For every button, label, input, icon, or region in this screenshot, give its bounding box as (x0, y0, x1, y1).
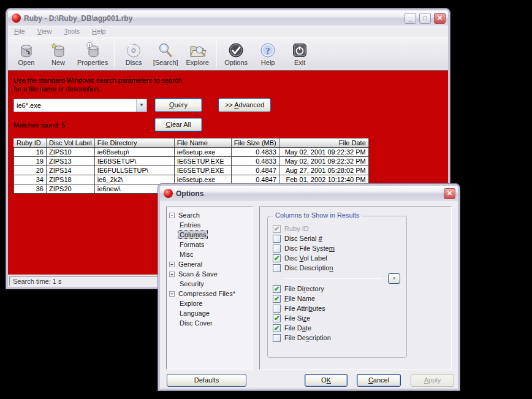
toolbar-button-exit[interactable]: Exit (284, 41, 316, 67)
column-header-file-name[interactable]: File Name (174, 139, 231, 148)
column-header-file-size-mb[interactable]: File Size (MB) (231, 139, 279, 148)
table-cell: 0.4847 (231, 175, 279, 184)
checkbox-file-size[interactable]: ✔File Size (273, 313, 401, 323)
advanced-button[interactable]: >> Advanced (218, 98, 271, 112)
checked-checkbox-icon[interactable]: ✔ (273, 254, 281, 262)
checked-checkbox-icon[interactable]: ✔ (273, 295, 281, 303)
table-cell: IE6FULLSETUP\ (94, 166, 174, 175)
toolbar-button-open[interactable]: Open (10, 41, 42, 67)
unchecked-checkbox-icon[interactable] (273, 334, 281, 342)
apply-button: Apply (411, 374, 454, 387)
tree-item-formats[interactable]: Formats (167, 240, 253, 249)
table-cell: May 02, 2001 09:22:32 PM (279, 157, 368, 166)
expand-tree-icon[interactable]: + (169, 262, 175, 267)
table-row[interactable]: 16ZIPS10ie6Bsetup\ie6setup.exe0.4833May … (14, 148, 369, 157)
clear-all-button[interactable]: Clear All (154, 118, 202, 132)
toolbar-button-label: Explore (186, 59, 208, 66)
checked-checkbox-icon[interactable]: ✔ (273, 314, 281, 322)
toolbar-button-discs[interactable]: Discs (118, 41, 150, 67)
tree-item-label: General (177, 260, 203, 268)
column-header-file-date[interactable]: File Date (279, 139, 368, 148)
column-header-ruby-id[interactable]: Ruby ID (14, 139, 47, 148)
defaults-button[interactable]: Defaults (167, 374, 246, 387)
table-row[interactable]: 34ZIPS18ie6_2k2\ie6setup.exe0.4847Feb 01… (14, 175, 369, 184)
toolbar-button-new[interactable]: New (42, 41, 74, 67)
toolbar-button-label: New (51, 59, 65, 66)
menu-view[interactable]: View (37, 28, 52, 37)
checkbox-label: File Description (284, 334, 331, 341)
svg-text:?: ? (265, 45, 270, 55)
checked-checkbox-icon[interactable]: ✔ (273, 324, 281, 332)
checkbox-disc-vol-label[interactable]: ✔Disc Vol Label (273, 253, 401, 263)
toolbar-button-help[interactable]: ?Help (252, 41, 284, 67)
tree-item-disc-cover[interactable]: Disc Cover (167, 318, 253, 328)
tree-item-entries[interactable]: Entries (167, 220, 253, 230)
collapse-x-button[interactable]: x (388, 273, 400, 284)
svg-text:i: i (89, 43, 90, 48)
tree-item-general[interactable]: +General (167, 259, 253, 269)
main-titlebar: Ruby - D:\Ruby_DB\agp001.rby _ □ ✕ (8, 10, 448, 26)
menu-tools[interactable]: Tools (64, 28, 80, 37)
search-combobox[interactable]: ie6*.exe ▼ (13, 99, 147, 112)
search-combobox-value[interactable]: ie6*.exe (14, 99, 136, 112)
cancel-button[interactable]: Cancel (357, 374, 401, 387)
tree-item-search[interactable]: -Search (167, 210, 253, 220)
unchecked-checkbox-icon[interactable] (273, 235, 281, 243)
exit-power-icon (291, 42, 309, 59)
collapse-tree-icon[interactable]: - (169, 213, 175, 218)
checkbox-label: Ruby ID (284, 225, 309, 232)
table-cell: IE6SETUP.EXE (174, 157, 231, 166)
database-new-icon (49, 42, 67, 59)
maximize-button[interactable]: □ (419, 13, 431, 24)
column-header-file-directory[interactable]: File Directory (94, 139, 174, 148)
toolbar-button-properties[interactable]: iProperties (74, 41, 111, 67)
expand-tree-icon[interactable]: + (169, 291, 175, 297)
tree-item-security[interactable]: Security (167, 279, 253, 289)
menu-help[interactable]: Help (92, 28, 106, 37)
tree-item-label: Disc Cover (178, 319, 214, 327)
expand-tree-icon[interactable]: + (169, 272, 175, 277)
query-button[interactable]: Query (154, 98, 202, 112)
tree-item-label: Search (177, 211, 201, 219)
toolbar-button-label: Help (261, 59, 275, 66)
checkbox-disc-description[interactable]: Disc Description (273, 263, 401, 273)
tree-item-misc[interactable]: Misc (167, 249, 253, 259)
minimize-button[interactable]: _ (405, 13, 416, 24)
table-row[interactable]: 20ZIPS14IE6FULLSETUP\IE6SETUP.EXE0.4847A… (14, 166, 369, 175)
tree-item-language[interactable]: Language (167, 308, 253, 318)
checkbox-file-directory[interactable]: ✔File Directory (273, 284, 401, 294)
checkbox-file-description[interactable]: File Description (273, 333, 401, 343)
combobox-dropdown-icon[interactable]: ▼ (136, 99, 146, 112)
checkbox-file-attributes[interactable]: File Attributes (273, 303, 401, 313)
checkbox-disc-file-system[interactable]: Disc File System (273, 243, 401, 253)
database-properties-icon: i (83, 42, 102, 59)
toolbar-button-explore[interactable]: Explore (181, 41, 213, 67)
unchecked-checkbox-icon[interactable] (273, 264, 281, 272)
checked-checkbox-icon[interactable]: ✔ (273, 285, 281, 293)
dialog-close-button[interactable]: ✕ (444, 188, 455, 199)
tree-item-scan-save[interactable]: +Scan & Save (167, 269, 253, 279)
column-header-disc-vol-label[interactable]: Disc Vol Label (47, 139, 95, 148)
checkbox-file-name[interactable]: ✔File Name (273, 294, 401, 303)
dialog-title: Options (176, 189, 441, 198)
dialog-titlebar: Options ✕ (160, 186, 458, 201)
table-row[interactable]: 19ZIPS13IE6BSETUP\IE6SETUP.EXE0.4833May … (14, 157, 369, 166)
checkbox-disc-serial[interactable]: Disc Serial # (273, 234, 401, 243)
unchecked-checkbox-icon[interactable] (273, 305, 281, 313)
close-button[interactable]: ✕ (434, 13, 446, 24)
tree-item-compressed-files[interactable]: +Compressed Files* (167, 289, 253, 298)
toolbar-button-options[interactable]: Options (220, 41, 252, 67)
tree-item-columns[interactable]: Columns (167, 230, 253, 240)
tree-item-explore[interactable]: Explore (167, 298, 253, 308)
toolbar-button-search[interactable]: [Search] (150, 41, 181, 67)
table-cell: ie6setup.exe (174, 175, 231, 184)
options-dialog: Options ✕ -SearchEntriesColumnsFormatsMi… (158, 184, 460, 390)
toolbar-button-label: Open (18, 59, 35, 66)
ok-button[interactable]: OK (305, 374, 348, 387)
tree-item-label: Misc (178, 251, 195, 258)
checkbox-file-date[interactable]: ✔File Date (273, 323, 401, 333)
table-cell: 0.4833 (231, 157, 279, 166)
table-cell: Feb 01, 2002 10:12:40 PM (279, 175, 368, 184)
menu-file[interactable]: File (14, 28, 25, 37)
unchecked-checkbox-icon[interactable] (273, 245, 281, 253)
